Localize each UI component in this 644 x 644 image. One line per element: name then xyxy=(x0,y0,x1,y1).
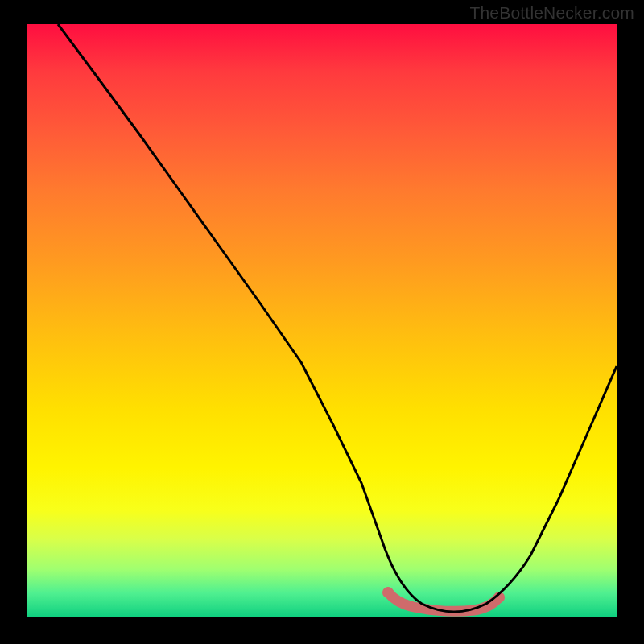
bottleneck-curve xyxy=(27,24,617,617)
plot-area xyxy=(27,24,617,617)
curve-path xyxy=(58,24,617,612)
chart-container: TheBottleNecker.com xyxy=(0,0,644,644)
highlight-endpoint-left xyxy=(382,587,394,598)
highlight-segment xyxy=(388,592,499,611)
watermark-text: TheBottleNecker.com xyxy=(469,3,634,23)
